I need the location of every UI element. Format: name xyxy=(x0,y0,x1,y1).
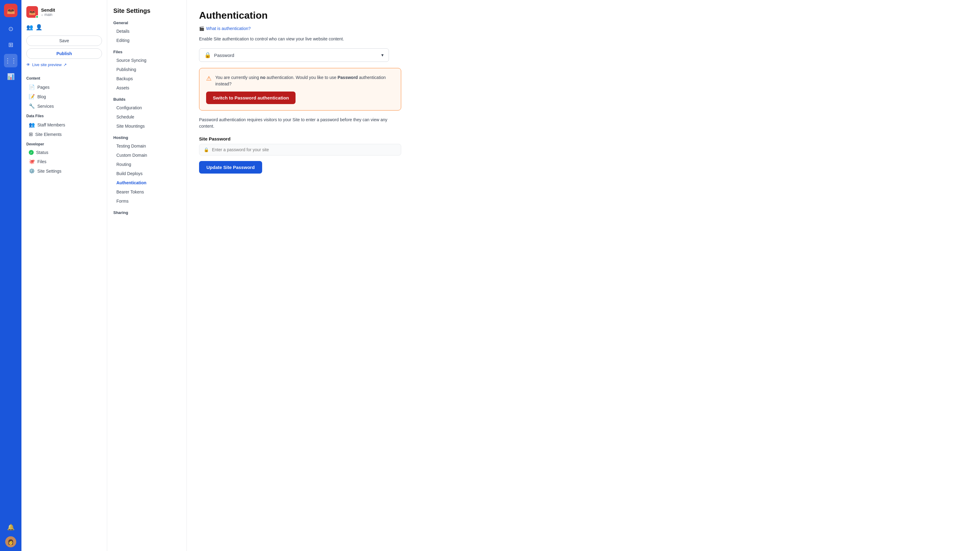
chevron-down-icon: ▾ xyxy=(381,52,384,58)
help-link[interactable]: 🎬 What is authentication? xyxy=(199,26,968,31)
video-icon: 🎬 xyxy=(199,26,204,31)
settings-nav-backups[interactable]: Backups xyxy=(113,75,180,83)
publish-button[interactable]: Publish xyxy=(26,48,102,59)
settings-nav-details[interactable]: Details xyxy=(113,27,180,35)
settings-nav-build-deploys[interactable]: Build Deploys xyxy=(113,169,180,178)
general-section-label: General xyxy=(113,21,180,25)
pages-icon: 📄 xyxy=(29,84,35,90)
settings-nav-publishing[interactable]: Publishing xyxy=(113,65,180,74)
password-input-wrap: 🔒 xyxy=(199,144,401,156)
github-icon: 🐙 xyxy=(29,159,35,164)
warning-text: You are currently using no authenticatio… xyxy=(215,75,394,87)
settings-nav-source-syncing[interactable]: Source Syncing xyxy=(113,56,180,65)
page-title: Authentication xyxy=(199,10,968,21)
status-indicator: ✓ xyxy=(29,150,34,155)
grid-icon[interactable]: ⋮⋮ xyxy=(4,54,18,67)
app-logo[interactable]: 📤 xyxy=(4,4,18,17)
settings-nav-editing[interactable]: Editing xyxy=(113,36,180,45)
sidebar-item-blog[interactable]: 📝 Blog xyxy=(26,92,102,101)
body-text: Password authentication requires visitor… xyxy=(199,117,395,130)
branch-icon: ⬦ xyxy=(41,13,43,17)
eye-icon: 👁 xyxy=(26,62,30,67)
files-section-label: Files xyxy=(113,49,180,54)
update-site-password-button[interactable]: Update Site Password xyxy=(199,161,262,173)
description-text: Enable Site authentication to control wh… xyxy=(199,36,968,42)
sidebar-item-site-settings[interactable]: ⚙️ Site Settings xyxy=(26,166,102,176)
settings-nav-forms[interactable]: Forms xyxy=(113,197,180,205)
notification-icon[interactable]: 🔔 xyxy=(4,520,18,534)
help-link-text: What is authentication? xyxy=(206,26,251,31)
settings-nav-panel: Site Settings General Details Editing Fi… xyxy=(107,0,187,551)
settings-nav-custom-domain[interactable]: Custom Domain xyxy=(113,151,180,159)
dashboard-icon[interactable]: ⊙ xyxy=(4,22,18,35)
user-avatar[interactable]: 👩 xyxy=(5,536,16,547)
team-icon[interactable]: 👥 xyxy=(26,24,33,30)
site-password-input[interactable] xyxy=(212,147,396,152)
sidebar-item-staff[interactable]: 👥 Staff Members xyxy=(26,120,102,130)
data-files-section-label: Data Files xyxy=(26,114,102,118)
site-logo-icon: 📤 xyxy=(26,6,38,18)
sidebar-item-services[interactable]: 🔧 Services xyxy=(26,101,102,111)
settings-nav-site-mountings[interactable]: Site Mountings xyxy=(113,122,180,130)
warning-box: ⚠ You are currently using no authenticat… xyxy=(199,68,401,111)
user-icons: 👥 👤 xyxy=(26,24,102,30)
layout-icon[interactable]: ⊞ xyxy=(4,38,18,51)
settings-nav-bearer-tokens[interactable]: Bearer Tokens xyxy=(113,187,180,196)
sidebar-item-pages[interactable]: 📄 Pages xyxy=(26,83,102,92)
site-password-label: Site Password xyxy=(199,136,968,141)
elements-icon: ⊞ xyxy=(29,131,33,137)
sidebar-item-status[interactable]: ✓ Status xyxy=(26,148,102,157)
lock-icon: 🔒 xyxy=(204,52,211,59)
builds-section-label: Builds xyxy=(113,97,180,102)
developer-section-label: Developer xyxy=(26,142,102,146)
external-link-icon: ↗ xyxy=(64,62,67,67)
save-button[interactable]: Save xyxy=(26,35,102,46)
sidebar-item-files[interactable]: 🐙 Files xyxy=(26,157,102,166)
settings-nav-configuration[interactable]: Configuration xyxy=(113,103,180,112)
status-dot xyxy=(35,15,38,18)
content-section-label: Content xyxy=(26,76,102,81)
site-name: Sendit xyxy=(41,7,55,13)
auth-type-dropdown[interactable]: 🔒 Password ▾ xyxy=(199,48,389,62)
settings-nav-routing[interactable]: Routing xyxy=(113,160,180,169)
dropdown-value: Password xyxy=(214,52,234,58)
warning-icon: ⚠ xyxy=(206,75,212,82)
site-branch: ⬦ main xyxy=(41,13,55,17)
left-sidebar: 📤 Sendit ⬦ main 👥 👤 Save Publish 👁 Live … xyxy=(21,0,107,551)
main-content: Authentication 🎬 What is authentication?… xyxy=(187,0,980,551)
site-header: 📤 Sendit ⬦ main xyxy=(26,6,102,18)
staff-icon: 👥 xyxy=(29,122,35,128)
icon-bar: 📤 ⊙ ⊞ ⋮⋮ 📊 🔔 👩 xyxy=(0,0,21,551)
lock-input-icon: 🔒 xyxy=(204,147,209,152)
switch-to-password-button[interactable]: Switch to Password authentication xyxy=(206,92,296,104)
sidebar-item-site-elements[interactable]: ⊞ Site Elements xyxy=(26,130,102,139)
services-icon: 🔧 xyxy=(29,103,35,109)
live-preview-link[interactable]: 👁 Live site preview ↗ xyxy=(26,62,102,67)
sharing-section-label: Sharing xyxy=(113,210,180,215)
user-icon[interactable]: 👤 xyxy=(35,24,42,30)
settings-nav-testing-domain[interactable]: Testing Domain xyxy=(113,142,180,150)
blog-icon: 📝 xyxy=(29,94,35,100)
hosting-section-label: Hosting xyxy=(113,135,180,140)
settings-nav-assets[interactable]: Assets xyxy=(113,84,180,92)
settings-icon: ⚙️ xyxy=(29,168,35,174)
settings-nav-title: Site Settings xyxy=(113,7,180,14)
chart-icon[interactable]: 📊 xyxy=(4,70,18,83)
settings-nav-schedule[interactable]: Schedule xyxy=(113,113,180,121)
settings-nav-authentication[interactable]: Authentication xyxy=(113,178,180,187)
